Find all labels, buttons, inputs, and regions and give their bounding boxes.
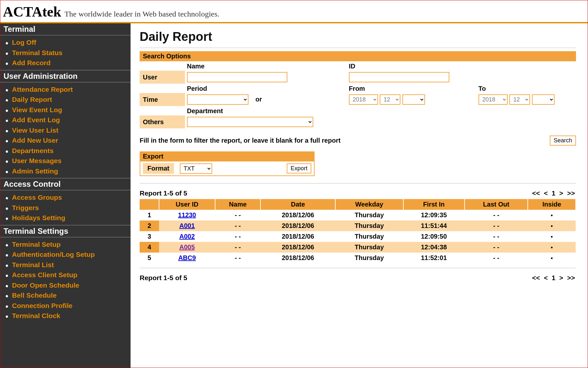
label-others: Others (140, 115, 185, 128)
cell-inside: • (528, 231, 576, 242)
label-name: Name (185, 61, 341, 71)
to-month-select[interactable]: 12 (509, 94, 530, 105)
from-year-select[interactable]: 2018 (349, 94, 378, 105)
label-department: Department (185, 106, 347, 115)
search-button[interactable]: Search (550, 136, 576, 146)
sidebar-item[interactable]: Terminal Clock (12, 311, 131, 321)
label-or: or (250, 96, 267, 103)
inside-icon: • (551, 244, 553, 251)
table-header: Last Out (465, 199, 528, 210)
cell-weekday: Thursday (335, 220, 403, 231)
inside-icon: • (551, 212, 553, 219)
pager-prev[interactable]: < (544, 189, 548, 197)
table-header: Date (260, 199, 335, 210)
sidebar-item[interactable]: Add Event Log (12, 115, 131, 125)
name-input[interactable] (187, 72, 287, 82)
user-id-link[interactable]: A001 (159, 220, 215, 231)
sidebar-item[interactable]: Departments (12, 146, 131, 156)
cell-name: - - (215, 253, 261, 263)
table-header: User ID (159, 199, 215, 210)
department-select[interactable] (187, 117, 313, 127)
sidebar-item[interactable]: Door Open Schedule (12, 280, 131, 291)
label-format: Format (143, 163, 174, 174)
user-id-link[interactable]: 11230 (159, 210, 215, 220)
user-id-link[interactable]: ABC9 (159, 253, 215, 263)
sidebar-item[interactable]: Triggers (12, 203, 131, 213)
user-id-link[interactable]: A002 (159, 231, 215, 242)
sidebar-item[interactable]: User Messages (12, 156, 131, 166)
search-form: Name ID User Period From To Time (140, 61, 576, 128)
sidebar-section-title: Access Control (0, 178, 131, 190)
pager-page[interactable]: 1 (552, 189, 556, 197)
user-id-link[interactable]: A001 (179, 222, 195, 229)
format-select[interactable]: TXT (180, 163, 212, 174)
user-id-link[interactable]: A005 (159, 242, 215, 253)
user-id-link[interactable]: 11230 (178, 211, 196, 219)
export-button[interactable]: Export (287, 163, 311, 173)
sidebar-item[interactable]: Log Off (12, 37, 131, 48)
sidebar-item[interactable]: Terminal Status (12, 48, 131, 58)
cell-first-in: 11:52:01 (403, 253, 465, 263)
cell-date: 2018/12/06 (260, 253, 335, 263)
pager-page[interactable]: 1 (552, 274, 556, 281)
sidebar-item[interactable]: View Event Log (12, 105, 131, 115)
pager-bottom: << < 1 > >> (531, 274, 576, 282)
export-header: Export (140, 151, 315, 161)
period-select[interactable] (187, 94, 248, 105)
user-id-link[interactable]: ABC9 (178, 254, 196, 261)
table-row: 111230- -2018/12/06Thursday12:09:35- -• (140, 210, 576, 220)
sidebar-item[interactable]: Authentication/Log Setup (12, 249, 131, 260)
user-id-link[interactable]: A005 (179, 243, 195, 251)
row-number: 3 (140, 231, 159, 242)
divider (140, 183, 576, 184)
cell-inside: • (528, 220, 576, 231)
sidebar-item[interactable]: Attendance Report (12, 84, 131, 95)
pager-first[interactable]: << (532, 189, 540, 197)
row-number: 4 (140, 242, 159, 253)
cell-weekday: Thursday (335, 231, 403, 242)
pager-last[interactable]: >> (567, 189, 575, 197)
cell-name: - - (215, 220, 261, 231)
cell-last-out: - - (465, 242, 528, 253)
user-id-link[interactable]: A002 (179, 233, 195, 240)
pager-next[interactable]: > (559, 189, 563, 197)
table-row: 4A005- -2018/12/06Thursday12:04:38- -• (140, 242, 576, 253)
table-header (140, 199, 159, 210)
from-day-select[interactable] (402, 94, 425, 105)
cell-first-in: 12:09:35 (403, 210, 465, 220)
from-month-select[interactable]: 12 (380, 94, 400, 105)
pager-prev[interactable]: < (544, 274, 548, 281)
inside-icon: • (551, 233, 553, 240)
sidebar-item[interactable]: View User List (12, 125, 131, 136)
id-input[interactable] (349, 72, 449, 82)
sidebar-item[interactable]: Add Record (12, 58, 131, 68)
to-day-select[interactable] (532, 94, 555, 105)
table-header: First In (403, 199, 465, 210)
cell-last-out: - - (465, 253, 528, 263)
sidebar-section-title: Terminal Settings (0, 225, 131, 237)
sidebar-item[interactable]: Add New User (12, 135, 131, 146)
pager-last[interactable]: >> (567, 274, 575, 281)
sidebar-item[interactable]: Terminal List (12, 260, 131, 270)
row-number: 2 (140, 220, 159, 231)
sidebar-item[interactable]: Connection Profile (12, 301, 131, 311)
cell-name: - - (215, 210, 261, 220)
cell-weekday: Thursday (335, 210, 403, 220)
table-row: 2A001- -2018/12/06Thursday11:51:44- -• (140, 220, 576, 231)
tagline: The worldwide leader in Web based techno… (64, 10, 219, 18)
sidebar-item[interactable]: Holidays Setting (12, 213, 131, 223)
sidebar-item[interactable]: Daily Report (12, 94, 131, 105)
cell-weekday: Thursday (335, 253, 403, 263)
sidebar-item[interactable]: Terminal Setup (12, 239, 131, 250)
cell-inside: • (528, 242, 576, 253)
row-number: 5 (140, 253, 159, 263)
sidebar-item[interactable]: Access Groups (12, 192, 131, 203)
to-year-select[interactable]: 2018 (478, 94, 508, 105)
cell-date: 2018/12/06 (260, 210, 335, 220)
pager-next[interactable]: > (559, 274, 563, 281)
sidebar-item[interactable]: Access Client Setup (12, 270, 131, 280)
table-row: 5ABC9- -2018/12/06Thursday11:52:01- -• (140, 253, 576, 263)
pager-first[interactable]: << (532, 274, 540, 281)
sidebar-item[interactable]: Admin Setting (12, 166, 131, 176)
sidebar-item[interactable]: Bell Schedule (12, 290, 131, 301)
